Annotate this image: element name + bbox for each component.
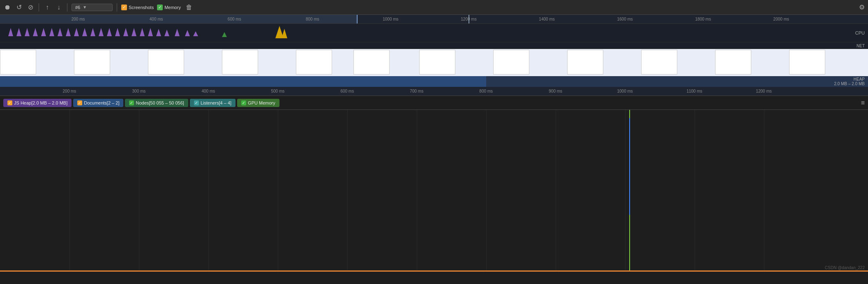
heap-fill xyxy=(0,76,486,87)
js-heap-label: JS Heap[2.0 MB – 2.0 MB] xyxy=(14,100,67,105)
legend-menu-button[interactable]: ≡ xyxy=(861,99,865,107)
separator-3 xyxy=(117,3,117,12)
js-heap-checkbox: ✓ xyxy=(7,100,12,105)
chart-area: CSDN @dandan_222 xyxy=(0,110,868,272)
svg-marker-22 xyxy=(193,31,198,36)
trash-button[interactable]: 🗑 xyxy=(186,4,192,11)
legend-listeners[interactable]: ✓ Listeners[4 – 4] xyxy=(190,99,235,107)
memory-label: Memory xyxy=(164,5,181,10)
heap-row: HEAP 2.0 MB – 2.0 MB xyxy=(0,76,868,87)
screenshots-label: Screenshots xyxy=(129,5,154,10)
screenshot-thumb-5[interactable] xyxy=(353,50,390,74)
legend-js-heap[interactable]: ✓ JS Heap[2.0 MB – 2.0 MB] xyxy=(3,99,72,107)
b-tick-400ms: 400 ms xyxy=(201,89,215,93)
listeners-label: Listeners[4 – 4] xyxy=(201,100,231,105)
svg-marker-1 xyxy=(16,28,21,36)
grid-line-5 xyxy=(347,110,348,272)
clear-button[interactable]: ⊘ xyxy=(26,3,35,12)
svg-marker-4 xyxy=(41,28,46,36)
screenshots-checkbox-box: ✓ xyxy=(121,5,127,10)
grid-line-7 xyxy=(486,110,487,272)
svg-marker-21 xyxy=(185,30,190,36)
recording-label: #6 xyxy=(75,5,80,10)
separator-2 xyxy=(67,3,67,12)
grid-line-1 xyxy=(69,110,70,272)
screenshots-checkbox[interactable]: ✓ Screenshots xyxy=(121,5,154,10)
screenshot-thumb-11[interactable] xyxy=(789,50,825,74)
screenshot-thumb-7[interactable] xyxy=(493,50,529,74)
grid-line-11 xyxy=(764,110,764,272)
refresh-button[interactable]: ↺ xyxy=(15,3,23,12)
b-tick-900ms: 900 ms xyxy=(549,89,562,93)
svg-marker-14 xyxy=(123,28,128,36)
record-button[interactable]: ⏺ xyxy=(3,3,12,12)
svg-marker-5 xyxy=(49,28,54,36)
b-tick-500ms: 500 ms xyxy=(271,89,284,93)
memory-checkbox-box: ✓ xyxy=(157,5,163,10)
screenshot-thumb-10[interactable] xyxy=(715,50,751,74)
svg-marker-16 xyxy=(140,28,145,36)
svg-marker-13 xyxy=(115,28,120,36)
separator-1 xyxy=(39,3,39,12)
cpu-row: CPU xyxy=(0,24,868,42)
bottom-border xyxy=(0,270,868,272)
b-tick-600ms: 600 ms xyxy=(340,89,354,93)
screenshot-thumb-6[interactable] xyxy=(419,50,455,74)
heap-label: HEAP xyxy=(854,77,865,81)
b-tick-200ms: 200 ms xyxy=(63,89,76,93)
memory-legend: ✓ JS Heap[2.0 MB – 2.0 MB] ✓ Documents[2… xyxy=(0,96,868,110)
b-tick-1100ms: 1100 ms xyxy=(686,89,702,93)
download-button[interactable]: ↓ xyxy=(55,3,63,12)
time-ruler-bottom[interactable]: 200 ms 300 ms 400 ms 500 ms 600 ms 700 m… xyxy=(0,87,868,96)
legend-documents[interactable]: ✓ Documents[2 – 2] xyxy=(73,99,123,107)
svg-marker-25 xyxy=(222,32,227,37)
net-label: NET xyxy=(856,43,865,48)
memory-checkbox[interactable]: ✓ Memory xyxy=(157,5,181,10)
upload-button[interactable]: ↑ xyxy=(43,3,51,12)
cursor-line xyxy=(469,15,469,23)
svg-marker-2 xyxy=(25,28,30,36)
recording-dropdown[interactable]: #6 ▼ xyxy=(72,4,113,11)
screenshot-thumb-3[interactable] xyxy=(222,50,258,74)
b-tick-1000ms: 1000 ms xyxy=(617,89,633,93)
svg-marker-0 xyxy=(8,28,13,36)
svg-marker-12 xyxy=(107,28,112,36)
screenshot-thumb-0[interactable] xyxy=(0,50,36,74)
b-tick-300ms: 300 ms xyxy=(132,89,146,93)
screenshot-thumb-1[interactable] xyxy=(74,50,110,74)
watermark: CSDN @dandan_222 xyxy=(825,265,865,270)
tick-1000ms: 1000 ms xyxy=(383,17,398,21)
svg-marker-3 xyxy=(33,28,38,36)
time-ruler-top[interactable]: 200 ms 400 ms 600 ms 800 ms 1000 ms 1200… xyxy=(0,15,868,24)
grid-line-9 xyxy=(625,110,626,272)
cpu-label: CPU xyxy=(855,30,865,35)
screenshot-thumb-4[interactable] xyxy=(296,50,332,74)
tick-800ms: 800 ms xyxy=(306,17,319,21)
grid-line-3 xyxy=(208,110,209,272)
svg-marker-8 xyxy=(74,28,79,36)
svg-marker-9 xyxy=(82,28,87,36)
timeline-top: 200 ms 400 ms 600 ms 800 ms 1000 ms 1200… xyxy=(0,15,868,87)
tick-400ms: 400 ms xyxy=(150,17,163,21)
screenshot-thumb-8[interactable] xyxy=(567,50,603,74)
nodes-label: Nodes[50 055 – 50 056] xyxy=(136,100,184,105)
svg-marker-20 xyxy=(175,29,180,36)
legend-gpu-memory[interactable]: ✓ GPU Memory xyxy=(237,99,279,107)
b-tick-700ms: 700 ms xyxy=(410,89,423,93)
selection-line-blue xyxy=(629,118,630,215)
screenshots-row xyxy=(0,49,868,76)
settings-button[interactable]: ⚙ xyxy=(859,3,865,11)
grid-line-10 xyxy=(695,110,695,272)
nodes-checkbox: ✓ xyxy=(129,100,134,105)
svg-marker-7 xyxy=(66,28,71,36)
legend-nodes[interactable]: ✓ Nodes[50 055 – 50 056] xyxy=(125,99,188,107)
screenshot-thumb-2[interactable] xyxy=(148,50,184,74)
screenshot-thumb-9[interactable] xyxy=(641,50,677,74)
heap-value: 2.0 MB – 2.0 MB xyxy=(834,81,865,86)
documents-checkbox: ✓ xyxy=(77,100,82,105)
gpu-memory-checkbox: ✓ xyxy=(241,100,246,105)
grid-lines xyxy=(0,110,868,272)
grid-line-6 xyxy=(417,110,417,272)
listeners-checkbox: ✓ xyxy=(194,100,199,105)
svg-marker-10 xyxy=(90,28,95,36)
